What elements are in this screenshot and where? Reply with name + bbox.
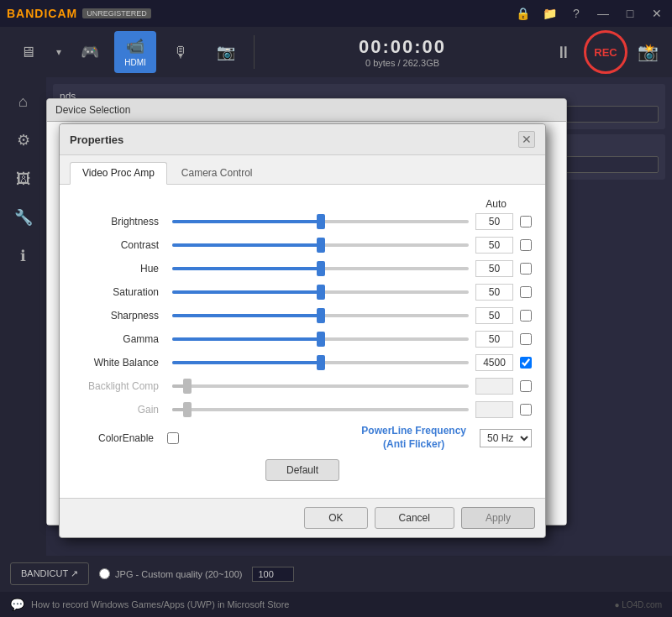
status-bar: 💬 How to record Windows Games/Apps (UWP)… [0,592,672,617]
slider-input-5[interactable] [475,331,513,348]
tab-camera-control[interactable]: Camera Control [169,162,265,184]
auto-checkbox-2[interactable] [520,263,532,275]
sidebar-item-info[interactable]: ℹ [6,238,41,274]
device-button[interactable]: 🎙 [160,31,202,73]
auto-checkbox-7[interactable] [520,380,532,392]
help-icon[interactable]: ? [568,7,585,20]
slider-row-backlight-comp: Backlight Comp [73,378,532,395]
folder-icon[interactable]: 📁 [541,7,558,20]
slider-row-contrast: Contrast [73,237,532,254]
gamepad-icon: 🎮 [81,43,99,61]
app-logo: BANDICAM [7,7,77,20]
device-icon: 🎙 [173,44,188,61]
slider-input-8 [475,401,513,418]
prop-title: Properties [70,133,123,146]
close-button[interactable]: ✕ [648,7,665,20]
powerline-select[interactable]: 50 Hz 60 Hz [480,429,532,447]
webcam-icon: 📷 [217,43,235,61]
hdmi-icon: 📹 [126,37,144,55]
slider-row-saturation: Saturation [73,284,532,301]
auto-checkbox-5[interactable] [520,333,532,345]
minimize-button[interactable]: — [595,7,612,20]
auto-checkbox-8[interactable] [520,404,532,416]
quality-value-input[interactable] [252,567,294,582]
screenshot-button[interactable]: 📸 [631,42,665,62]
slider-input-7 [475,378,513,395]
auto-checkbox-0[interactable] [520,216,532,227]
slider-row-hue: Hue [73,260,532,277]
sidebar-item-capture[interactable]: 🖼 [6,161,41,196]
slider-label-8: Gain [73,404,165,416]
hdmi-record-button[interactable]: 📹 HDMI [114,31,156,73]
pause-button[interactable]: ⏸ [547,43,580,62]
message-icon: 💬 [10,598,24,611]
bandicut-button[interactable]: BANDICUT ↗ [10,562,89,585]
bottom-content: BANDICUT ↗ JPG - Custom quality (20~100) [0,556,672,592]
slider-track-2[interactable] [172,267,469,270]
prop-title-bar: Properties ✕ [60,124,545,155]
slider-label-2: Hue [73,263,165,275]
auto-checkbox-3[interactable] [520,286,532,298]
prop-close-button[interactable]: ✕ [518,131,535,148]
slider-track-5[interactable] [172,337,469,341]
ok-button[interactable]: OK [304,507,367,529]
color-enable-checkbox[interactable] [167,432,179,444]
auto-header: Auto [73,198,532,210]
slider-row-gain: Gain [73,401,532,418]
slider-input-3[interactable] [475,284,513,301]
slider-track-0[interactable] [172,220,469,223]
auto-checkbox-1[interactable] [520,239,532,251]
slider-track-3[interactable] [172,290,469,294]
title-bar-right: 🔒 📁 ? — □ ✕ [514,7,665,20]
slider-input-1[interactable] [475,237,513,254]
lo4d-watermark: ● LO4D.com [614,600,662,609]
hdmi-label: HDMI [124,58,146,67]
screen-dropdown-arrow[interactable]: ▾ [52,31,66,73]
toolbar: 🖥 ▾ 🎮 📹 HDMI 🎙 📷 00:00:00 0 bytes / 262.… [0,27,672,77]
storage-display: 0 bytes / 262.3GB [365,58,439,68]
slider-label-7: Backlight Comp [73,380,165,392]
timer-section: 00:00:00 0 bytes / 262.3GB [261,36,543,68]
slider-track-4[interactable] [172,314,469,317]
sidebar-item-advanced[interactable]: 🔧 [6,200,41,235]
slider-input-4[interactable] [475,307,513,324]
lock-icon[interactable]: 🔒 [514,7,531,20]
tab-video-proc-amp[interactable]: Video Proc Amp [70,162,167,185]
rec-button[interactable]: REC [584,30,627,74]
slider-input-6[interactable] [475,354,513,371]
slider-label-4: Sharpness [73,310,165,322]
slider-track-6[interactable] [172,361,469,364]
apply-button[interactable]: Apply [461,507,535,529]
slider-label-3: Saturation [73,286,165,298]
slider-label-1: Contrast [73,239,165,251]
screen-record-button[interactable]: 🖥 [7,31,49,73]
webcam-button[interactable]: 📷 [205,31,247,73]
slider-row-brightness: Brightness [73,213,532,230]
toolbar-separator [254,35,255,69]
title-bar: BANDICAM UNREGISTERED 🔒 📁 ? — □ ✕ [0,0,672,27]
auto-checkbox-6[interactable] [520,357,532,369]
cancel-button[interactable]: Cancel [375,507,454,529]
game-record-button[interactable]: 🎮 [69,31,111,73]
slider-input-0[interactable] [475,213,513,230]
quality-option: JPG - Custom quality (20~100) [99,568,242,579]
slider-track-7 [172,384,469,388]
slider-label-5: Gamma [73,333,165,345]
unregistered-badge: UNREGISTERED [82,8,151,18]
slider-track-1[interactable] [172,243,469,247]
maximize-button[interactable]: □ [622,7,638,20]
auto-checkbox-4[interactable] [520,310,532,322]
slider-row-white-balance: White Balance [73,354,532,371]
default-button[interactable]: Default [265,459,339,481]
screen-icon: 🖥 [20,44,35,61]
slider-rows: BrightnessContrastHueSaturationSharpness… [73,213,532,418]
sidebar-item-settings[interactable]: ⚙ [6,123,41,158]
jpg-radio[interactable] [99,568,110,579]
title-bar-left: BANDICAM UNREGISTERED [7,7,151,20]
slider-label-6: White Balance [73,357,165,369]
slider-input-2[interactable] [475,260,513,277]
slider-row-gamma: Gamma [73,331,532,348]
color-enable-label: ColorEnable [73,432,154,444]
prop-footer: OK Cancel Apply [60,498,545,537]
sidebar-item-home[interactable]: ⌂ [6,84,41,119]
